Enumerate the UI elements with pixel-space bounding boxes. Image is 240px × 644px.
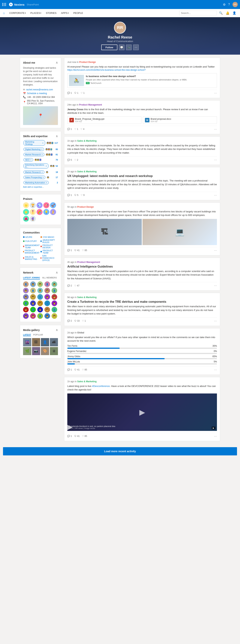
more-options-button[interactable]: ⋯: [133, 44, 139, 50]
like-action[interactable]: ♡ 1: [81, 92, 85, 94]
gallery-thumb[interactable]: 🏙: [50, 338, 58, 346]
network-member-avatar[interactable]: 👩: [52, 282, 57, 287]
comment-action[interactable]: 💬 1: [67, 249, 72, 252]
search-input[interactable]: [179, 11, 217, 15]
nav-stories[interactable]: STORIES: [44, 11, 58, 15]
network-member-avatar[interactable]: 👤: [23, 300, 29, 306]
collapse-gallery-button[interactable]: ∧: [56, 328, 58, 332]
post-category-link[interactable]: Product Management: [77, 261, 100, 264]
post-image[interactable]: 🏗: [67, 219, 142, 245]
comment-action[interactable]: 💬 2: [67, 284, 72, 287]
home-icon[interactable]: ⌂: [3, 12, 5, 15]
post-category-link[interactable]: Product Design: [77, 206, 94, 208]
community-item-azure[interactable]: AZURE: [23, 236, 40, 238]
network-member-avatar[interactable]: 👤: [52, 288, 57, 293]
user-avatar[interactable]: RR: [232, 2, 238, 7]
nav-people[interactable]: PEOPLE: [72, 11, 85, 15]
network-tab-all[interactable]: ALL MEMBERS: [42, 276, 57, 280]
praise-badge[interactable]: 🔮: [30, 216, 36, 222]
post-category-link[interactable]: Global: [77, 331, 84, 334]
network-member-avatar[interactable]: 🧑: [30, 294, 36, 300]
gallery-thumb[interactable]: 🌿: [23, 347, 31, 355]
praise-badge[interactable]: 💡: [43, 209, 49, 215]
praise-badge[interactable]: 🌈: [37, 209, 43, 215]
like-action[interactable]: ♡ 85: [82, 249, 87, 252]
follow-button[interactable]: Follow: [101, 44, 117, 50]
post-link[interactable]: https://techcrunch.com/2016/06/21/is-bus…: [67, 69, 217, 71]
network-tab-latest[interactable]: LATEST JOINING: [23, 276, 40, 280]
praise-badge[interactable]: 🎯: [43, 202, 49, 208]
community-item-management-team[interactable]: MANAGEMENT TEAM: [23, 244, 40, 249]
gallery-thumb[interactable]: 👤: [41, 338, 49, 346]
praise-badge[interactable]: 🚀: [50, 202, 56, 208]
skill-tag-sales-prospecting[interactable]: Sales Prospecting +: [24, 176, 45, 179]
praise-badge[interactable]: ⭐: [23, 209, 29, 215]
nav-apps[interactable]: APPS ▾: [59, 11, 70, 15]
praise-badge[interactable]: 🎖️: [30, 209, 36, 215]
network-member-avatar[interactable]: 👤: [52, 307, 57, 312]
post-category-link[interactable]: Sales & Marketing: [77, 296, 96, 298]
network-member-avatar[interactable]: 👩: [23, 294, 29, 300]
praise-badge[interactable]: 🏆: [30, 202, 36, 208]
gallery-thumb[interactable]: 🎨: [41, 347, 49, 355]
message-button[interactable]: 💬: [119, 44, 125, 50]
settings-icon[interactable]: ⚙: [223, 3, 225, 6]
network-member-avatar[interactable]: 🧑: [23, 307, 29, 312]
chat-action[interactable]: 🗨 41: [74, 249, 80, 252]
collapse-network-button[interactable]: ∧: [56, 271, 58, 274]
network-member-avatar[interactable]: 🧑: [37, 300, 43, 306]
network-member-avatar[interactable]: 👤: [30, 307, 36, 312]
network-member-avatar[interactable]: 🧑: [52, 313, 57, 319]
comment-action[interactable]: 💬 2: [67, 320, 72, 322]
extra-action[interactable]: ♡ 4: [80, 128, 84, 130]
gallery-tab-popular[interactable]: POPULAR: [33, 334, 43, 336]
community-item-javascript[interactable]: JAVASCRIPT RULES: [41, 239, 57, 244]
network-member-avatar[interactable]: 👩: [52, 300, 57, 306]
post-category-link[interactable]: Sales & Marketing: [77, 140, 96, 142]
gallery-thumb[interactable]: 🌆: [23, 338, 31, 346]
attachment-ppt[interactable]: P Brand_Proposal_Strategy.ppt 934 KB: [67, 116, 141, 124]
community-item-sf-office[interactable]: SAN FRANCISCO OFFICE: [41, 255, 57, 262]
skill-tag-digital-marketing[interactable]: Digital Marketing +: [24, 148, 44, 151]
like-action[interactable]: ♡ 47: [74, 284, 79, 287]
more-actions-button[interactable]: ⋯: [214, 368, 217, 372]
network-member-avatar[interactable]: 👤: [44, 282, 50, 287]
network-member-avatar[interactable]: 👤: [44, 300, 50, 306]
nav-places[interactable]: PLACES ▾: [29, 11, 43, 15]
chat-action[interactable]: 🗨 41: [74, 368, 80, 371]
community-item-product-team[interactable]: PRODUCT TEAM: [41, 250, 57, 254]
chat-action[interactable]: 🗨 1: [74, 92, 78, 94]
community-item-css-magic[interactable]: CSS MAGIC: [41, 236, 57, 238]
notification-button[interactable]: 🔔: [225, 10, 230, 16]
video-thumbnail[interactable]: ▶ Expetenda tincidunt in sed, ex partem …: [67, 394, 217, 431]
community-item-sales-marketing[interactable]: SALES & MARKETING: [23, 255, 40, 262]
more-actions-button[interactable]: ⋯: [214, 194, 217, 197]
network-member-avatar[interactable]: 👩: [23, 313, 29, 319]
collapse-about-button[interactable]: ∧: [56, 61, 58, 64]
network-member-avatar[interactable]: 🧑: [37, 282, 43, 287]
post-category-link[interactable]: Product Design: [79, 61, 96, 64]
network-member-avatar[interactable]: 🧑: [44, 288, 50, 293]
network-member-avatar[interactable]: 👩: [30, 282, 36, 287]
add-skill-button[interactable]: Add skill or expertise...: [23, 186, 58, 188]
more-actions-button[interactable]: ⋯: [214, 284, 217, 288]
network-member-avatar[interactable]: 🧑: [30, 313, 36, 319]
network-member-avatar[interactable]: 🧑: [52, 294, 57, 300]
network-member-avatar[interactable]: 🧑: [23, 288, 29, 293]
praise-badge[interactable]: 🎗️: [50, 209, 56, 215]
more-actions-button[interactable]: ⋯: [214, 434, 217, 438]
network-member-avatar[interactable]: 👤: [37, 294, 43, 300]
skill-tag-advertising[interactable]: Advertising Operations In... +: [24, 163, 49, 168]
email-contact[interactable]: ✉ rachel.reese@nexiera.com: [23, 88, 58, 91]
chat-action[interactable]: 🗨 41: [74, 435, 80, 438]
skill-tag-market-research[interactable]: Market Research +: [24, 153, 44, 156]
video-call-button[interactable]: 📹: [126, 44, 132, 50]
post-category-link[interactable]: Sales & Marketing: [77, 170, 96, 173]
like-action[interactable]: ♡ 1: [74, 128, 78, 130]
collapse-skills-button[interactable]: ∧: [56, 134, 58, 138]
phone-contact[interactable]: 📞 +48 - 30 2005 0088 Ext 384: [23, 96, 58, 98]
skill-tag-seo[interactable]: SEO +: [24, 158, 33, 162]
load-more-button[interactable]: Load more recent activity: [3, 447, 237, 456]
gallery-thumb[interactable]: 🖥: [50, 347, 58, 355]
help-icon[interactable]: ?: [228, 3, 230, 6]
